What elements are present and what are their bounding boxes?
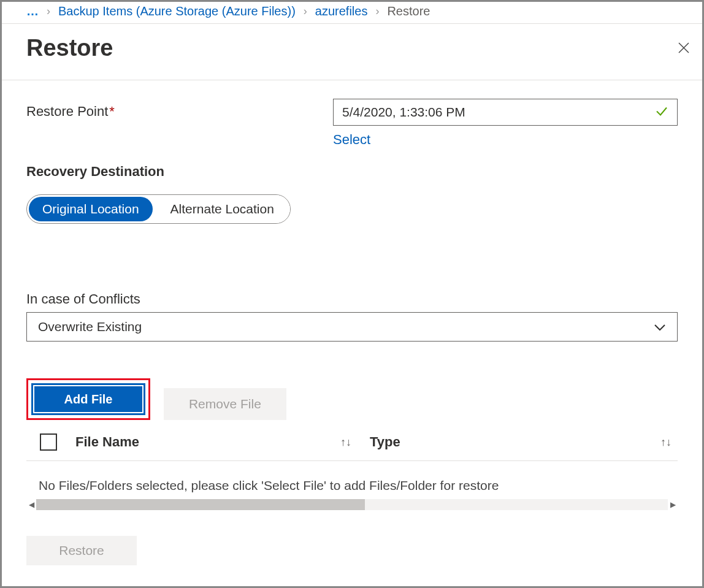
alternate-location-option[interactable]: Alternate Location [155, 195, 290, 223]
blade-header: Restore [2, 24, 702, 80]
recovery-destination-toggle: Original Location Alternate Location [26, 194, 291, 224]
restore-point-input[interactable] [333, 99, 678, 126]
chevron-down-icon [654, 319, 666, 334]
column-header-type[interactable]: Type ↑↓ [370, 434, 671, 450]
page-title: Restore [26, 35, 113, 61]
required-indicator: * [109, 104, 115, 119]
horizontal-scrollbar[interactable]: ◀ ▶ [26, 498, 678, 511]
restore-point-label: Restore Point* [26, 99, 333, 148]
add-file-button[interactable]: Add File [33, 385, 143, 413]
restore-button[interactable]: Restore [26, 536, 137, 565]
checkmark-icon [654, 104, 669, 121]
scroll-left-icon[interactable]: ◀ [26, 500, 36, 509]
chevron-right-icon: › [47, 5, 50, 18]
chevron-right-icon: › [304, 5, 307, 18]
breadcrumb: … › Backup Items (Azure Storage (Azure F… [2, 2, 702, 24]
close-icon[interactable] [678, 39, 690, 58]
sort-icon: ↑↓ [340, 436, 351, 449]
conflicts-value: Overwrite Existing [38, 319, 142, 334]
breadcrumb-item-azurefiles[interactable]: azurefiles [315, 4, 368, 18]
conflicts-dropdown[interactable]: Overwrite Existing [26, 312, 678, 342]
recovery-destination-title: Recovery Destination [26, 164, 678, 180]
breadcrumb-ellipsis[interactable]: … [26, 4, 39, 18]
original-location-option[interactable]: Original Location [29, 197, 153, 221]
empty-table-message: No Files/Folders selected, please click … [26, 461, 678, 497]
breadcrumb-item-restore: Restore [387, 4, 430, 18]
sort-icon: ↑↓ [660, 436, 671, 449]
scrollbar-track[interactable] [36, 499, 668, 510]
select-all-checkbox[interactable] [40, 433, 57, 451]
breadcrumb-item-backup-items[interactable]: Backup Items (Azure Storage (Azure Files… [58, 4, 296, 18]
conflicts-label: In case of Conflicts [26, 291, 678, 307]
add-file-highlight: Add File [26, 378, 150, 420]
scroll-right-icon[interactable]: ▶ [668, 500, 678, 509]
file-table-header: File Name ↑↓ Type ↑↓ [26, 420, 678, 461]
remove-file-button[interactable]: Remove File [164, 388, 286, 420]
chevron-right-icon: › [375, 5, 379, 18]
select-restore-point-link[interactable]: Select [333, 132, 370, 148]
column-header-filename[interactable]: File Name ↑↓ [75, 434, 370, 450]
scrollbar-thumb[interactable] [36, 499, 365, 510]
